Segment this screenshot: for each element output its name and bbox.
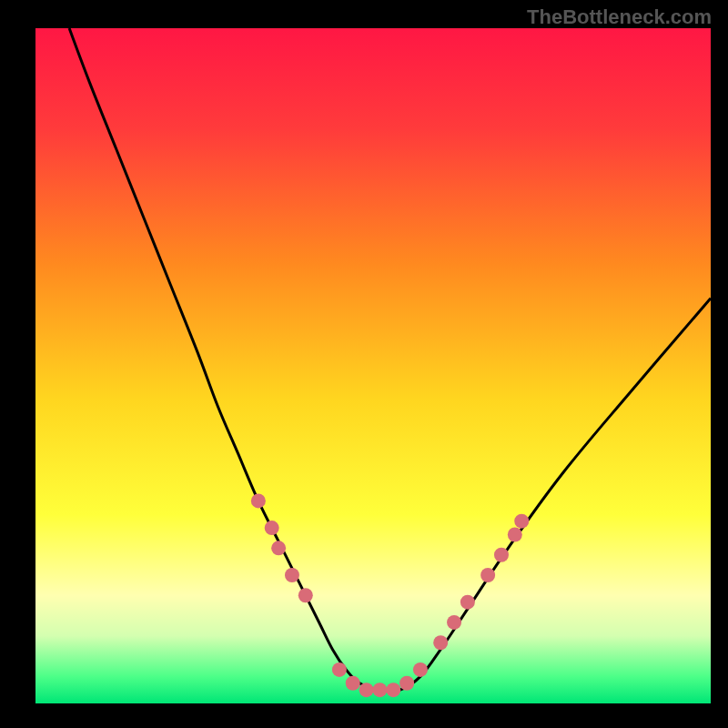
highlight-point [359,682,374,697]
highlight-point [399,676,414,691]
highlight-point [514,514,529,529]
highlight-point [413,662,428,677]
highlight-point [346,676,360,691]
chart-container [35,28,711,703]
highlight-point [271,541,286,555]
chart-background [35,28,711,703]
highlight-point [494,548,509,562]
highlight-point [447,615,461,630]
highlight-point [480,568,495,582]
highlight-point [251,493,266,508]
highlight-point [298,588,313,602]
highlight-point [372,682,387,697]
highlight-point [332,662,347,677]
highlight-point [386,682,400,697]
highlight-point [285,568,299,582]
chart-svg [35,28,711,703]
highlight-point [433,635,448,650]
highlight-point [460,595,475,610]
highlight-point [265,521,279,535]
highlight-point [508,528,522,542]
watermark-text: TheBottleneck.com [527,5,712,29]
